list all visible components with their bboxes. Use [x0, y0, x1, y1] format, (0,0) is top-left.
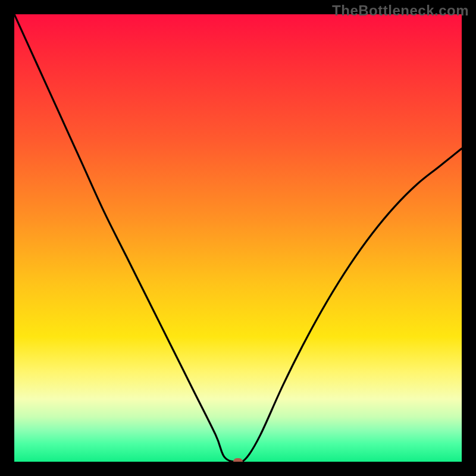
- minimum-marker: [233, 458, 243, 462]
- bottleneck-curve: [14, 14, 462, 462]
- chart-frame: TheBottleneck.com: [0, 0, 476, 476]
- curve-svg: [14, 14, 462, 462]
- plot-area: [14, 14, 462, 462]
- watermark-text: TheBottleneck.com: [332, 2, 469, 19]
